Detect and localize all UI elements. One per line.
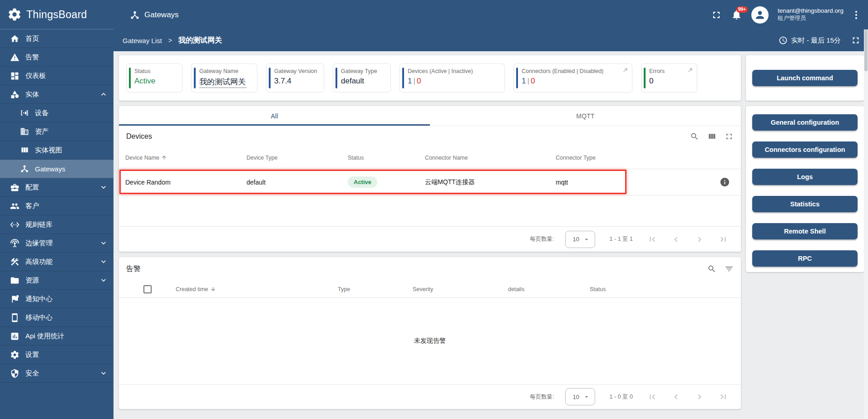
connectors-count-card[interactable]: Connectors (Enabled | Disabled) 1|0 bbox=[513, 63, 632, 93]
col-device-type[interactable]: Device Type bbox=[247, 155, 348, 161]
sidebar-item-entity-views[interactable]: 实体视图 bbox=[0, 141, 113, 160]
col-alarm-details[interactable]: details bbox=[508, 286, 590, 292]
statistics-button[interactable]: Statistics bbox=[752, 196, 858, 212]
general-configuration-button[interactable]: General configuration bbox=[752, 114, 858, 131]
entity-views-columns-icon bbox=[20, 146, 29, 155]
page-title-wrap: Gateways bbox=[130, 10, 179, 20]
card-accent-bar bbox=[644, 68, 646, 88]
prev-page-icon[interactable] bbox=[671, 392, 681, 402]
topbar-controls: 99+ tenant@thingsboard.org 租户管理员 bbox=[711, 6, 868, 24]
prev-page-icon[interactable] bbox=[671, 234, 681, 244]
devices-icon bbox=[20, 108, 29, 117]
fullscreen-icon[interactable] bbox=[725, 132, 734, 141]
open-link-icon[interactable] bbox=[687, 67, 693, 73]
app-logo[interactable]: ThingsBoard bbox=[0, 0, 113, 29]
sidebar-item-customers[interactable]: 客户 bbox=[0, 197, 113, 215]
status-card-label: Status bbox=[134, 68, 177, 74]
sidebar-item-mobile-center[interactable]: 移动中心 bbox=[0, 308, 113, 327]
notifications-bell-icon[interactable]: 99+ bbox=[731, 9, 742, 20]
first-page-icon[interactable] bbox=[647, 392, 657, 402]
gateway-version-card: Gateway Version 3.7.4 bbox=[266, 63, 324, 93]
breadcrumb-parent-link[interactable]: Gateway List bbox=[123, 37, 162, 44]
col-alarm-severity[interactable]: Severity bbox=[413, 286, 508, 292]
connectors-count-label: Connectors (Enabled | Disabled) bbox=[522, 68, 626, 74]
devices-count-label: Devices (Active | Inactive) bbox=[408, 68, 499, 74]
alarms-header: 告警 bbox=[119, 257, 741, 281]
scrollbar-thumb[interactable] bbox=[864, 29, 868, 71]
page-size-select[interactable]: 10 bbox=[565, 388, 595, 405]
page-scrollbar[interactable] bbox=[864, 29, 868, 419]
sidebar-item-entities[interactable]: 实体 bbox=[0, 85, 113, 104]
more-menu-icon[interactable] bbox=[853, 9, 860, 21]
sidebar-item-edge-management[interactable]: 边缘管理 bbox=[0, 234, 113, 253]
connectors-count-value: 1|0 bbox=[522, 77, 626, 86]
sidebar-item-resources[interactable]: 资源 bbox=[0, 271, 113, 290]
tab-all[interactable]: All bbox=[119, 106, 430, 126]
first-page-icon[interactable] bbox=[647, 234, 657, 244]
col-connector-type[interactable]: Connector Type bbox=[556, 155, 687, 161]
sidebar-item-rule-chains[interactable]: 规则链库 bbox=[0, 215, 113, 234]
col-alarm-status[interactable]: Status bbox=[590, 286, 741, 292]
sidebar-item-home[interactable]: 首页 bbox=[0, 29, 113, 48]
edge-antenna-icon bbox=[10, 239, 20, 248]
next-page-icon[interactable] bbox=[695, 392, 705, 402]
errors-card-label: Errors bbox=[649, 68, 691, 74]
status-card: Status Active bbox=[126, 63, 182, 93]
dashboard-fullscreen-icon[interactable] bbox=[851, 35, 861, 45]
last-page-icon[interactable] bbox=[718, 392, 728, 402]
card-accent-bar bbox=[335, 68, 337, 88]
last-page-icon[interactable] bbox=[718, 234, 728, 244]
sidebar-item-security[interactable]: 安全 bbox=[0, 364, 113, 383]
col-device-name[interactable]: Device Name bbox=[119, 155, 247, 161]
chevron-down-icon bbox=[99, 183, 108, 192]
rpc-button[interactable]: RPC bbox=[752, 250, 858, 267]
col-created-time[interactable]: Created time bbox=[176, 286, 338, 292]
launch-command-button[interactable]: Launch command bbox=[752, 70, 858, 86]
user-avatar[interactable] bbox=[751, 6, 769, 24]
card-accent-bar bbox=[516, 68, 518, 88]
filter-icon[interactable] bbox=[725, 264, 734, 273]
open-link-icon[interactable] bbox=[622, 67, 628, 73]
logs-button[interactable]: Logs bbox=[752, 169, 858, 185]
tab-mqtt[interactable]: MQTT bbox=[430, 106, 741, 126]
connector-tabs: All MQTT bbox=[119, 106, 741, 126]
connectors-configuration-button[interactable]: Connectors configuration bbox=[752, 141, 858, 158]
devices-count-card: Devices (Active | Inactive) 1|0 bbox=[399, 63, 505, 93]
errors-card[interactable]: Errors 0 bbox=[641, 63, 697, 93]
sidebar-item-settings[interactable]: 设置 bbox=[0, 346, 113, 364]
col-connector-name[interactable]: Connector Name bbox=[425, 155, 556, 161]
connector-name-cell: 云端MQTT连接器 bbox=[425, 178, 556, 186]
sidebar-item-devices[interactable]: 设备 bbox=[0, 104, 113, 122]
thingsboard-app: ThingsBoard Gateways 99+ tenant@thingsbo… bbox=[0, 0, 868, 419]
sidebar-item-gateways[interactable]: Gateways bbox=[0, 160, 113, 178]
gateway-name-value[interactable]: 我的测试网关 bbox=[199, 77, 247, 88]
device-row[interactable]: Device Random default Active 云端MQTT连接器 m… bbox=[119, 169, 741, 195]
col-status[interactable]: Status bbox=[348, 155, 425, 161]
sidebar-item-notification-center[interactable]: 通知中心 bbox=[0, 290, 113, 308]
columns-icon[interactable] bbox=[707, 132, 716, 141]
resources-folder-icon bbox=[10, 276, 20, 285]
search-icon[interactable] bbox=[707, 264, 716, 273]
sidebar-item-api-usage[interactable]: Api 使用统计 bbox=[0, 327, 113, 346]
top-bar: ThingsBoard Gateways 99+ tenant@thingsbo… bbox=[0, 0, 868, 29]
sidebar-item-alarms[interactable]: 告警 bbox=[0, 48, 113, 67]
assets-building-icon bbox=[20, 127, 29, 136]
col-alarm-type[interactable]: Type bbox=[338, 286, 413, 292]
remote-shell-button[interactable]: Remote Shell bbox=[752, 223, 858, 239]
sidebar-item-configuration[interactable]: 配置 bbox=[0, 178, 113, 197]
fullscreen-icon[interactable] bbox=[711, 10, 722, 20]
user-info[interactable]: tenant@thingsboard.org 租户管理员 bbox=[778, 7, 843, 22]
sidebar-nav: 首页 告警 仪表板 实体 设备 资产 实体视图 G bbox=[0, 29, 113, 419]
search-icon[interactable] bbox=[690, 132, 699, 141]
sidebar-item-advanced-features[interactable]: 高级功能 bbox=[0, 253, 113, 271]
sidebar-item-assets[interactable]: 资产 bbox=[0, 122, 113, 141]
timewindow-button[interactable]: 实时 - 最后 15分 bbox=[779, 36, 841, 45]
alarms-pagination: 每页数量: 10 1 - 0 至 0 bbox=[119, 384, 741, 409]
sidebar-item-dashboards[interactable]: 仪表板 bbox=[0, 67, 113, 85]
launch-command-card: Launch command bbox=[746, 55, 864, 101]
page-size-select[interactable]: 10 bbox=[565, 231, 595, 248]
select-all-checkbox[interactable] bbox=[143, 285, 152, 293]
next-page-icon[interactable] bbox=[695, 234, 705, 244]
alarms-title: 告警 bbox=[126, 264, 141, 274]
info-icon[interactable] bbox=[720, 177, 730, 187]
